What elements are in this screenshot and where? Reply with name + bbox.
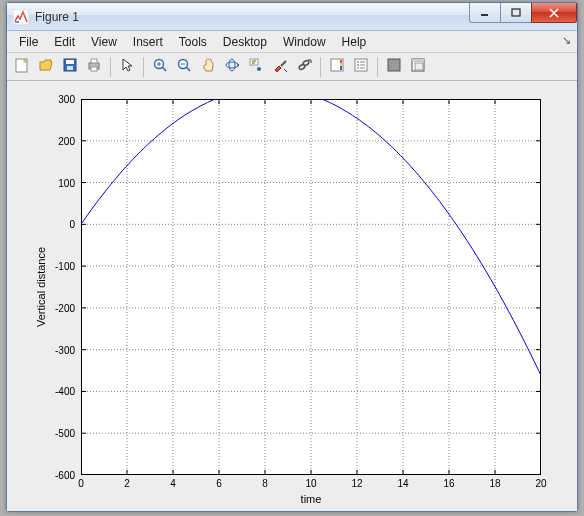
- hide-tools-icon: [386, 57, 402, 77]
- save-button[interactable]: [59, 56, 81, 78]
- svg-point-22: [257, 67, 261, 71]
- close-button[interactable]: [531, 3, 577, 23]
- titlebar: Figure 1: [7, 3, 577, 31]
- menu-edit[interactable]: Edit: [46, 33, 83, 51]
- toolbar-separator: [377, 57, 378, 77]
- legend-icon: [353, 57, 369, 77]
- save-icon: [62, 57, 78, 77]
- datacursor-button[interactable]: [245, 56, 267, 78]
- open-icon: [38, 57, 54, 77]
- minimize-button[interactable]: [469, 3, 501, 23]
- ytick-label: -600: [51, 470, 75, 481]
- xtick-label: 10: [305, 478, 316, 489]
- dock-menu-icon[interactable]: ↘: [562, 34, 571, 47]
- menu-file[interactable]: File: [11, 33, 46, 51]
- figure-window: Figure 1 FileEditViewInsertToolsDesktopW…: [6, 2, 578, 512]
- svg-line-15: [187, 67, 191, 71]
- xtick-label: 14: [397, 478, 408, 489]
- datacursor-icon: [248, 57, 264, 77]
- toolbar-separator: [143, 57, 144, 77]
- print-button[interactable]: [83, 56, 105, 78]
- ytick-label: 300: [57, 94, 75, 105]
- toolbar-separator: [110, 57, 111, 77]
- toolbar-separator: [320, 57, 321, 77]
- menu-insert[interactable]: Insert: [125, 33, 171, 51]
- svg-rect-29: [340, 63, 342, 66]
- ytick-label: -500: [51, 428, 75, 439]
- svg-rect-5: [66, 60, 74, 64]
- xtick-label: 20: [535, 478, 546, 489]
- zoom-out-button[interactable]: [173, 56, 195, 78]
- svg-rect-28: [340, 60, 342, 63]
- svg-rect-6: [67, 66, 73, 70]
- ytick-label: -400: [51, 386, 75, 397]
- svg-rect-9: [91, 67, 97, 71]
- toolbar: [7, 53, 577, 81]
- svg-line-11: [163, 67, 167, 71]
- window-controls: [470, 3, 577, 23]
- window-title: Figure 1: [35, 10, 79, 24]
- xtick-label: 2: [124, 478, 130, 489]
- xtick-label: 18: [489, 478, 500, 489]
- svg-rect-39: [412, 59, 424, 62]
- brush-button[interactable]: [269, 56, 291, 78]
- svg-rect-8: [91, 59, 97, 63]
- ytick-label: 100: [57, 177, 75, 188]
- ylabel: Vertical distance: [35, 247, 47, 327]
- svg-point-25: [302, 59, 309, 65]
- plot-svg: [81, 99, 541, 475]
- xtick-label: 0: [78, 478, 84, 489]
- new-figure-icon: [14, 57, 30, 77]
- hide-tools-button[interactable]: [383, 56, 405, 78]
- xtick-label: 6: [216, 478, 222, 489]
- xtick-label: 4: [170, 478, 176, 489]
- ytick-label: -200: [51, 302, 75, 313]
- pointer-button[interactable]: [116, 56, 138, 78]
- menu-window[interactable]: Window: [275, 33, 334, 51]
- svg-rect-19: [250, 59, 258, 65]
- menubar: FileEditViewInsertToolsDesktopWindowHelp…: [7, 31, 577, 53]
- show-tools-icon: [410, 57, 426, 77]
- menu-help[interactable]: Help: [334, 33, 375, 51]
- ytick-label: 0: [69, 219, 75, 230]
- pan-button[interactable]: [197, 56, 219, 78]
- menu-desktop[interactable]: Desktop: [215, 33, 275, 51]
- legend-button[interactable]: [350, 56, 372, 78]
- open-button[interactable]: [35, 56, 57, 78]
- show-tools-button[interactable]: [407, 56, 429, 78]
- colorbar-icon: [329, 57, 345, 77]
- link-icon: [296, 57, 312, 77]
- link-button[interactable]: [293, 56, 315, 78]
- new-figure-button[interactable]: [11, 56, 33, 78]
- svg-point-18: [229, 59, 235, 71]
- ytick-label: 200: [57, 135, 75, 146]
- xlabel: time: [81, 493, 541, 505]
- zoom-in-button[interactable]: [149, 56, 171, 78]
- maximize-button[interactable]: [500, 3, 532, 23]
- menu-view[interactable]: View: [83, 33, 125, 51]
- ytick-label: -300: [51, 344, 75, 355]
- svg-rect-40: [415, 63, 423, 70]
- svg-point-17: [226, 62, 238, 68]
- xtick-label: 8: [262, 478, 268, 489]
- print-icon: [86, 57, 102, 77]
- pointer-icon: [119, 57, 135, 77]
- svg-line-23: [281, 61, 286, 66]
- zoom-out-icon: [176, 57, 192, 77]
- rotate3d-button[interactable]: [221, 56, 243, 78]
- matlab-icon: [13, 9, 29, 25]
- colorbar-button[interactable]: [326, 56, 348, 78]
- xtick-label: 12: [351, 478, 362, 489]
- zoom-in-icon: [152, 57, 168, 77]
- xtick-label: 16: [443, 478, 454, 489]
- brush-icon: [272, 57, 288, 77]
- pan-icon: [200, 57, 216, 77]
- menu-tools[interactable]: Tools: [171, 33, 215, 51]
- rotate3d-icon: [224, 57, 240, 77]
- svg-rect-37: [388, 59, 400, 71]
- plot-area: Vertical distance time 02468101214161820…: [7, 81, 577, 511]
- ytick-label: -100: [51, 261, 75, 272]
- svg-rect-2: [512, 9, 520, 16]
